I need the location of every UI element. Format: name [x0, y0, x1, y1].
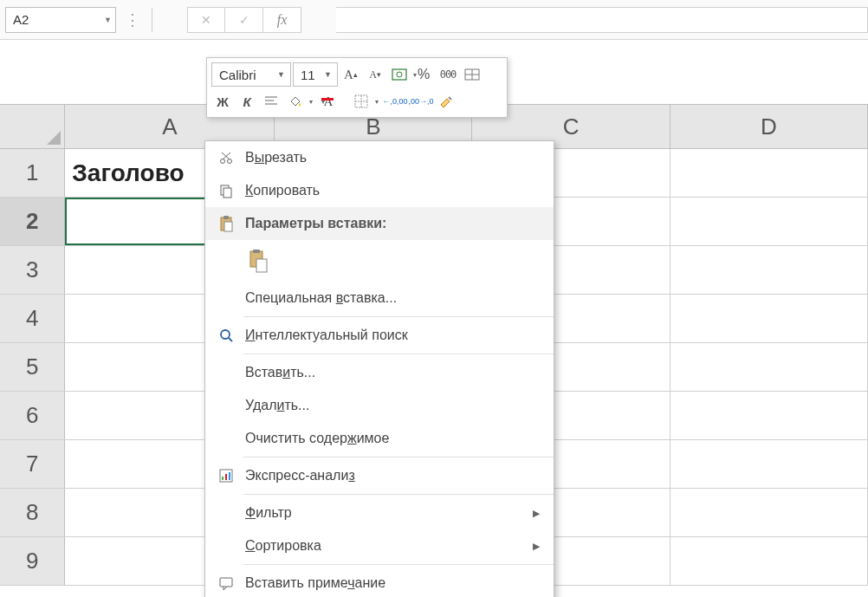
- menu-sort-label: Сортировка: [245, 538, 533, 554]
- svg-point-13: [228, 159, 232, 164]
- font-name-select[interactable]: Calibri ▼: [211, 62, 291, 87]
- svg-rect-22: [253, 250, 260, 253]
- cell-D4[interactable]: [670, 295, 868, 342]
- shrink-font-button[interactable]: A▾: [364, 63, 386, 86]
- cell-D9[interactable]: [670, 537, 868, 585]
- chevron-down-icon: ▼: [324, 70, 332, 79]
- confirm-button[interactable]: ✓: [225, 7, 263, 33]
- brush-icon: [438, 94, 454, 109]
- italic-button[interactable]: К: [236, 90, 258, 113]
- svg-rect-23: [256, 259, 267, 272]
- name-box-dropdown-icon[interactable]: ▼: [104, 16, 112, 24]
- separator: [243, 494, 554, 495]
- row-header-7[interactable]: 7: [0, 440, 65, 488]
- toolbar-grip-icon: ⋮: [125, 10, 141, 29]
- comma-format-button[interactable]: 000: [437, 63, 459, 86]
- merge-cells-button[interactable]: [461, 63, 483, 86]
- menu-delete-label: Удалить...: [245, 398, 540, 413]
- borders-icon: [354, 94, 368, 108]
- menu-filter-label: Фильтр: [245, 505, 533, 521]
- scissors-icon: [214, 146, 238, 170]
- row-header-8[interactable]: 8: [0, 489, 65, 536]
- formula-bar-input[interactable]: [336, 7, 868, 33]
- cell-D8[interactable]: [670, 489, 868, 536]
- menu-paste-special[interactable]: Специальная вставка...: [205, 282, 554, 315]
- cell-D2[interactable]: [670, 198, 868, 245]
- svg-rect-29: [229, 472, 230, 480]
- menu-copy[interactable]: Копировать: [205, 174, 554, 207]
- menu-smart-lookup[interactable]: Интеллектуальный поиск: [205, 319, 554, 352]
- svg-rect-30: [220, 578, 232, 587]
- menu-paste-options: [205, 240, 554, 282]
- row-header-2[interactable]: 2: [0, 198, 65, 245]
- column-header-D[interactable]: D: [670, 105, 868, 148]
- separator: [243, 457, 554, 457]
- money-icon: [392, 68, 407, 81]
- bold-button[interactable]: Ж: [211, 90, 234, 113]
- borders-button[interactable]: [350, 90, 372, 113]
- format-painter-button[interactable]: [435, 90, 457, 113]
- fill-color-button[interactable]: [284, 90, 307, 113]
- menu-cut-label: Вырезать: [245, 150, 540, 165]
- cell-D6[interactable]: [670, 392, 868, 439]
- comment-icon: [214, 571, 238, 595]
- menu-quick-analysis-label: Экспресс-анализ: [245, 468, 540, 483]
- paste-default-button[interactable]: [245, 246, 271, 276]
- cell-D7[interactable]: [670, 440, 868, 488]
- menu-cut[interactable]: Вырезать: [205, 141, 554, 174]
- menu-clear-label: Очистить содержимое: [245, 431, 540, 446]
- menu-quick-analysis[interactable]: Экспресс-анализ: [205, 459, 554, 492]
- increase-decimal-button[interactable]: ←,0,00: [383, 90, 407, 113]
- cancel-button[interactable]: ✕: [187, 7, 225, 33]
- svg-rect-17: [223, 188, 231, 198]
- menu-clear-contents[interactable]: Очистить содержимое: [205, 422, 554, 455]
- cell-D5[interactable]: [670, 343, 868, 391]
- menu-comment-label: Вставить примечание: [245, 575, 540, 591]
- separator: [152, 8, 152, 32]
- name-box-input[interactable]: [13, 12, 108, 27]
- separator: [243, 564, 554, 565]
- clipboard-icon: [214, 211, 238, 236]
- svg-rect-0: [392, 69, 406, 80]
- font-size-select[interactable]: 11 ▼: [293, 62, 338, 87]
- row-header-1[interactable]: 1: [0, 149, 65, 197]
- row-header-6[interactable]: 6: [0, 392, 65, 439]
- menu-filter[interactable]: Фильтр ▶: [205, 496, 554, 529]
- svg-line-14: [222, 152, 230, 159]
- svg-point-24: [221, 330, 230, 339]
- name-box[interactable]: ▼: [5, 7, 116, 33]
- menu-delete[interactable]: Удалить...: [205, 389, 554, 422]
- menu-copy-label: Копировать: [245, 183, 540, 198]
- row-header-3[interactable]: 3: [0, 246, 65, 294]
- row-header-9[interactable]: 9: [0, 537, 65, 585]
- chevron-down-icon: ▼: [277, 70, 285, 79]
- svg-line-25: [229, 338, 232, 341]
- menu-paste-header-label: Параметры вставки:: [245, 216, 540, 231]
- submenu-arrow-icon: ▶: [533, 541, 540, 552]
- svg-line-11: [449, 97, 451, 100]
- svg-point-1: [397, 72, 402, 77]
- cell-D1[interactable]: [670, 149, 868, 197]
- menu-insert-label: Вставить...: [245, 365, 540, 380]
- percent-format-button[interactable]: %: [412, 63, 435, 86]
- row-header-5[interactable]: 5: [0, 343, 65, 391]
- bucket-icon: [288, 94, 302, 108]
- font-color-button[interactable]: A: [317, 90, 340, 113]
- menu-insert[interactable]: Вставить...: [205, 356, 554, 389]
- grow-font-button[interactable]: A▴: [340, 63, 362, 86]
- decrease-decimal-button[interactable]: ,00→,0: [409, 90, 433, 113]
- align-button[interactable]: [260, 90, 282, 113]
- row-header-4[interactable]: 4: [0, 295, 65, 342]
- cell-D3[interactable]: [670, 246, 868, 294]
- menu-sort[interactable]: Сортировка ▶: [205, 529, 554, 562]
- top-toolbar: ▼ ⋮ ✕ ✓ fx: [0, 0, 868, 40]
- menu-paste-header: Параметры вставки:: [205, 207, 554, 240]
- select-all-corner[interactable]: [0, 105, 65, 148]
- accounting-format-button[interactable]: [388, 63, 411, 86]
- insert-function-button[interactable]: fx: [263, 7, 301, 33]
- svg-rect-20: [224, 222, 232, 231]
- svg-line-15: [223, 152, 230, 159]
- svg-rect-19: [223, 216, 229, 219]
- menu-insert-comment[interactable]: Вставить примечание: [205, 567, 554, 597]
- submenu-arrow-icon: ▶: [533, 508, 540, 519]
